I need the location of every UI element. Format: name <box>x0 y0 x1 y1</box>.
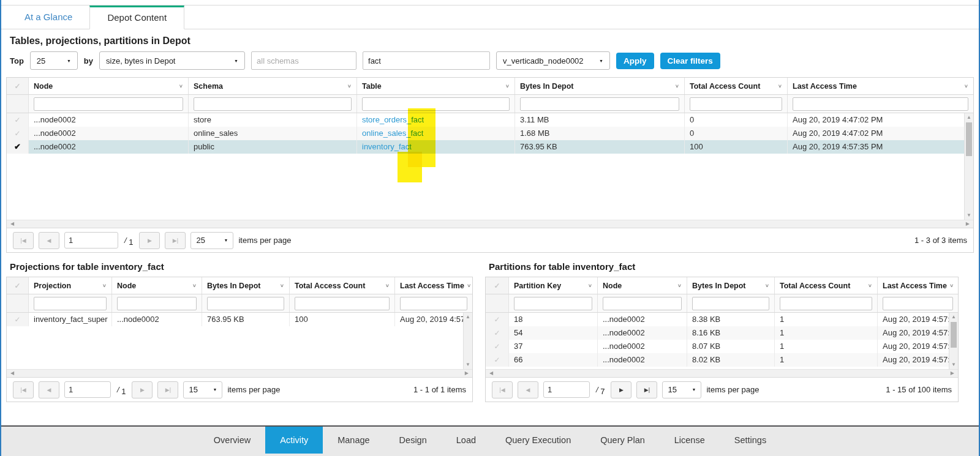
column-header-node[interactable]: Node∨ <box>598 277 687 294</box>
nav-overview[interactable]: Overview <box>199 427 265 454</box>
top-count-select[interactable]: 25 ▼ <box>30 51 78 70</box>
chevron-down-icon[interactable]: ∨ <box>280 283 284 288</box>
scroll-up-icon[interactable]: ▲ <box>965 113 973 122</box>
prev-page-button[interactable]: ◀ <box>39 381 59 398</box>
scroll-left-icon[interactable]: ◀ <box>489 370 493 377</box>
next-page-button[interactable]: ▶ <box>139 232 160 249</box>
nav-load[interactable]: Load <box>442 427 491 454</box>
chevron-down-icon[interactable]: ∨ <box>179 83 183 89</box>
lastaccess-column-filter-input[interactable] <box>400 297 467 310</box>
node-column-filter-input[interactable] <box>603 297 682 310</box>
vertical-scrollbar[interactable]: ▲ ▼ <box>949 313 958 369</box>
lastaccess-column-filter-input[interactable] <box>883 297 953 310</box>
scroll-left-icon[interactable]: ◀ <box>10 370 14 377</box>
column-header-access-count[interactable]: Total Access Count∨ <box>685 78 788 94</box>
nav-settings[interactable]: Settings <box>720 427 781 454</box>
column-header-node[interactable]: Node∨ <box>112 277 202 294</box>
node-select[interactable]: v_verticadb_node0002 ▼ <box>496 51 610 70</box>
horizontal-scrollbar[interactable]: ◀ ▶ <box>486 369 958 377</box>
scroll-down-icon[interactable]: ▼ <box>949 361 958 369</box>
row-select-cell[interactable]: ✓ <box>7 113 29 127</box>
bytes-column-filter-input[interactable] <box>207 297 284 310</box>
bytes-column-filter-input[interactable] <box>692 297 769 310</box>
page-number-input[interactable] <box>64 381 111 398</box>
column-header-projection[interactable]: Projection∨ <box>29 277 112 294</box>
row-select-cell[interactable]: ✓ <box>486 340 509 353</box>
nav-query-execution[interactable]: Query Execution <box>491 427 586 454</box>
scroll-up-icon[interactable]: ▲ <box>464 313 472 321</box>
column-header-bytes[interactable]: Bytes In Depot∨ <box>515 78 685 94</box>
last-page-button[interactable]: ▶| <box>157 381 178 398</box>
chevron-down-icon[interactable]: ∨ <box>505 83 510 89</box>
tab-depot-content[interactable]: Depot Content <box>89 6 184 29</box>
prev-page-button[interactable]: ◀ <box>518 381 538 398</box>
access-column-filter-input[interactable] <box>690 97 782 111</box>
vertical-scrollbar[interactable]: ▲ ▼ <box>463 313 472 369</box>
table-link[interactable]: inventory_fact <box>362 142 412 151</box>
select-all-cell[interactable]: ✓ <box>7 78 29 94</box>
column-header-access-count[interactable]: Total Access Count∨ <box>775 277 878 294</box>
first-page-button[interactable]: |◀ <box>13 381 34 398</box>
row-select-cell[interactable]: ✔ <box>7 140 29 154</box>
access-column-filter-input[interactable] <box>780 297 872 310</box>
column-header-bytes[interactable]: Bytes In Depot∨ <box>202 277 290 294</box>
node-column-filter-input[interactable] <box>117 297 197 310</box>
sort-by-select[interactable]: size, bytes in Depot ▼ <box>99 51 245 70</box>
vertical-scrollbar[interactable]: ▲ ▼ <box>964 113 973 220</box>
clear-filters-button[interactable]: Clear filters <box>660 53 720 69</box>
chevron-down-icon[interactable]: ∨ <box>102 283 107 288</box>
table-link[interactable]: store_orders_fact <box>362 115 424 124</box>
scrollbar-thumb[interactable] <box>951 322 957 348</box>
chevron-down-icon[interactable]: ∨ <box>588 283 592 288</box>
nav-activity[interactable]: Activity <box>265 427 323 454</box>
chevron-down-icon[interactable]: ∨ <box>347 83 352 89</box>
key-column-filter-input[interactable] <box>514 297 592 310</box>
chevron-down-icon[interactable]: ∨ <box>778 83 782 89</box>
table-row-selected[interactable]: ✔ ...node0002 public inventory_fact 763.… <box>7 140 973 154</box>
partition-row[interactable]: ✓ 54 ...node0002 8.16 KB 1 Aug 20, 2019 … <box>486 326 958 340</box>
scroll-right-icon[interactable]: ▶ <box>465 370 469 377</box>
select-all-cell[interactable]: ✓ <box>7 277 29 294</box>
lastaccess-column-filter-input[interactable] <box>793 97 968 111</box>
scroll-down-icon[interactable]: ▼ <box>965 211 973 220</box>
chevron-down-icon[interactable]: ∨ <box>677 283 682 288</box>
partition-row[interactable]: ✓ 18 ...node0002 8.38 KB 1 Aug 20, 2019 … <box>486 313 958 326</box>
horizontal-scrollbar[interactable]: ◀ ▶ <box>7 369 472 377</box>
first-page-button[interactable]: |◀ <box>13 232 34 249</box>
projection-column-filter-input[interactable] <box>34 297 107 310</box>
column-header-table[interactable]: Table∨ <box>357 78 515 94</box>
select-all-cell[interactable]: ✓ <box>486 277 509 294</box>
column-header-access-count[interactable]: Total Access Count∨ <box>290 277 395 294</box>
prev-page-button[interactable]: ◀ <box>39 232 59 249</box>
apply-button[interactable]: Apply <box>616 53 654 69</box>
next-page-button[interactable]: ▶ <box>132 381 153 398</box>
table-filter-input[interactable] <box>363 51 490 70</box>
partition-row[interactable]: ✓ 37 ...node0002 8.07 KB 1 Aug 20, 2019 … <box>486 340 958 353</box>
projection-row[interactable]: ✓ inventory_fact_super ...node0002 763.9… <box>7 313 472 326</box>
chevron-down-icon[interactable]: ∨ <box>765 283 769 288</box>
partition-row[interactable]: ✓ 66 ...node0002 8.02 KB 1 Aug 20, 2019 … <box>486 353 958 367</box>
nav-query-plan[interactable]: Query Plan <box>586 427 660 454</box>
horizontal-scrollbar[interactable]: ◀ ▶ <box>7 220 973 228</box>
column-header-last-access[interactable]: Last Access Time∨ <box>788 78 973 94</box>
chevron-down-icon[interactable]: ∨ <box>949 283 954 288</box>
first-page-button[interactable]: |◀ <box>492 381 513 398</box>
scroll-down-icon[interactable]: ▼ <box>464 361 472 369</box>
chevron-down-icon[interactable]: ∨ <box>385 283 390 288</box>
column-header-bytes[interactable]: Bytes In Depot∨ <box>687 277 775 294</box>
page-size-select[interactable]: 15 ▼ <box>662 381 701 398</box>
table-column-filter-input[interactable] <box>362 97 510 111</box>
column-header-partition-key[interactable]: Partition Key∨ <box>509 277 598 294</box>
chevron-down-icon[interactable]: ∨ <box>964 83 968 89</box>
scroll-up-icon[interactable]: ▲ <box>949 313 958 321</box>
row-select-cell[interactable]: ✓ <box>486 353 509 367</box>
table-row[interactable]: ✓ ...node0002 online_sales online_sales_… <box>7 127 973 140</box>
schema-column-filter-input[interactable] <box>194 97 352 111</box>
nav-license[interactable]: License <box>660 427 720 454</box>
chevron-down-icon[interactable]: ∨ <box>675 83 679 89</box>
page-number-input[interactable] <box>543 381 590 398</box>
column-header-node[interactable]: Node∨ <box>29 78 189 94</box>
nav-manage[interactable]: Manage <box>323 427 384 454</box>
scroll-left-icon[interactable]: ◀ <box>10 220 14 228</box>
next-page-button[interactable]: ▶ <box>611 381 631 398</box>
